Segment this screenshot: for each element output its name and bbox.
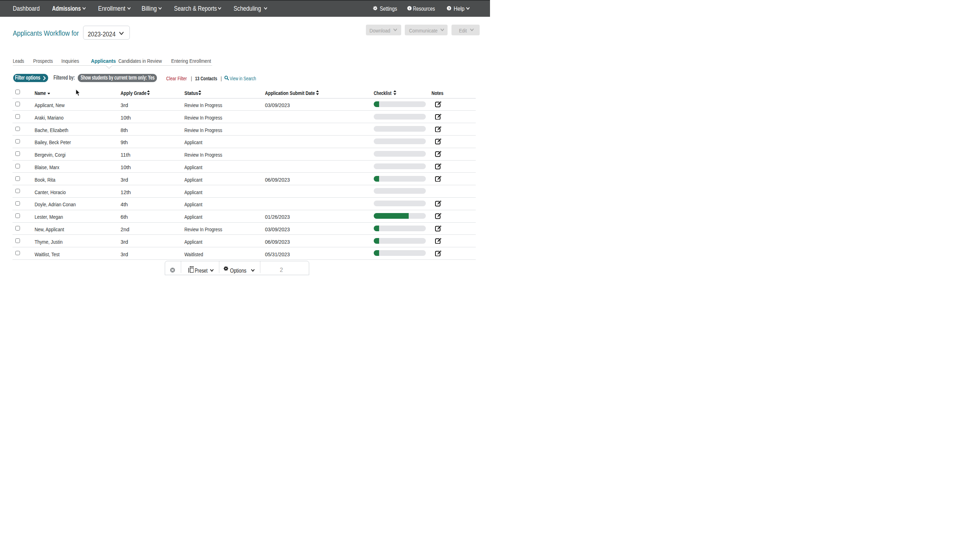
svg-text:?: ? (448, 6, 450, 10)
